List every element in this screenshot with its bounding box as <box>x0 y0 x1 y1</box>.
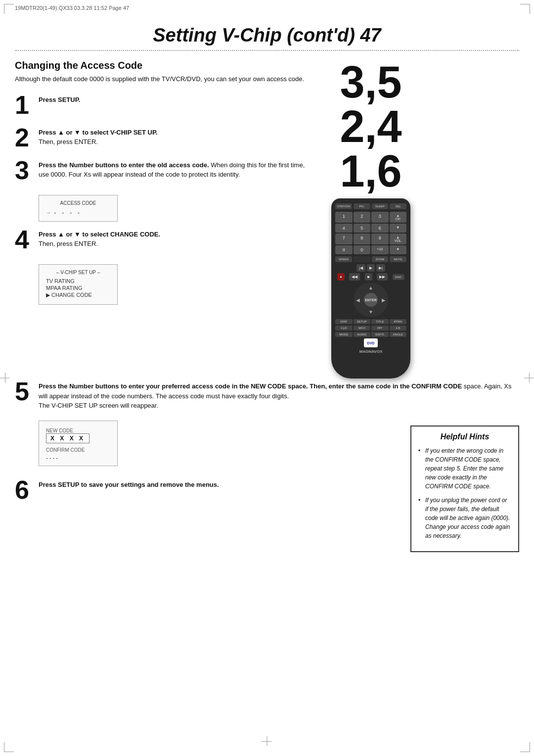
step-1-text: Press SETUP. <box>39 92 80 105</box>
nav-ring: ▲ ▼ ◀ ▶ ENTER <box>354 283 388 317</box>
large-numbers-line2: 2,4 <box>340 104 401 149</box>
large-numbers-line1: 3,5 <box>340 60 401 104</box>
center-cross-left <box>0 378 10 378</box>
plus10-btn[interactable]: +10 <box>371 245 389 254</box>
clear-btn[interactable]: CLR <box>335 326 353 331</box>
standby-btn[interactable]: STBY/ON <box>335 203 352 209</box>
menu-tv-rating: TV RATING <box>46 278 110 284</box>
dvd-logo: DVD <box>364 338 378 347</box>
remote-container: STBY/ON PIC SLEEP SEL 1 2 3 ▲CH 4 5 6 ▼ … <box>331 198 410 378</box>
num-1-btn[interactable]: 1 <box>335 212 353 223</box>
page-title: Setting V-Chip (cont'd) 47 <box>0 25 534 46</box>
repeat-ab-btn[interactable]: A-B <box>390 326 407 331</box>
crop-mark-bl <box>4 742 14 752</box>
center-cross-right <box>524 378 534 378</box>
step-5-bold-key1: NEW CODE <box>251 382 286 390</box>
vol-up-btn[interactable]: ▲VOL <box>390 234 407 244</box>
helpful-hints-section: Helpful Hints If you enter the wrong cod… <box>410 416 519 552</box>
step-3-number: 3 <box>15 157 35 183</box>
num-2-btn[interactable]: 2 <box>354 212 371 223</box>
num-9-btn[interactable]: 9 <box>371 234 389 244</box>
crop-mark-tl <box>4 4 14 14</box>
right-column: 3,5 2,4 1,6 STBY/ON PIC SLEEP SEL 1 2 3 <box>321 60 420 378</box>
step-2-number: 2 <box>15 125 35 150</box>
display-return-row: DISP SETUP TITLE RTRN <box>335 319 406 324</box>
speed-btn[interactable]: SPEED <box>335 256 352 262</box>
step-4-number: 4 <box>15 227 35 252</box>
play-btn[interactable]: ▶ <box>367 264 375 272</box>
sleep-btn[interactable]: SLEEP <box>372 203 389 209</box>
num-6-btn[interactable]: 6 <box>371 224 389 233</box>
step-5-extra: The V-CHIP SET UP screen will reappear. <box>39 402 158 409</box>
step-1-bold: Press SETUP. <box>39 96 80 103</box>
bottom-section: 5 Press the Number buttons to enter your… <box>0 378 534 567</box>
pause-btn[interactable]: II <box>335 245 353 254</box>
crop-mark-tr <box>520 4 530 14</box>
step-2-row: 2 Press ▲ or ▼ to select V-CHIP SET UP. … <box>15 125 312 150</box>
num-5-btn[interactable]: 5 <box>354 224 371 233</box>
skip-back-btn[interactable]: |◀ <box>356 264 365 272</box>
rew-btn[interactable]: ◀◀ <box>349 273 360 281</box>
display-btn[interactable]: DISP <box>335 319 353 324</box>
magnavox-logo: MAGNAVOX <box>335 349 406 354</box>
disc-menu-btn[interactable]: DISC <box>393 274 404 280</box>
picture-btn[interactable]: PIC <box>354 203 370 209</box>
repeat-btn[interactable]: RPT <box>371 326 389 331</box>
step-4-row: 4 Press ▲ or ▼ to select CHANGE CODE. Th… <box>15 227 312 252</box>
menu-change-code: CHANGE CODE <box>46 292 110 298</box>
dotted-divider <box>15 50 519 51</box>
helpful-hints-box: Helpful Hints If you enter the wrong cod… <box>410 425 519 552</box>
num-3-btn[interactable]: 3 <box>371 212 389 223</box>
num-0-btn[interactable]: 0 <box>354 245 371 254</box>
ffwd-btn[interactable]: ▶▶ <box>377 273 388 281</box>
left-column: Changing the Access Code Although the de… <box>15 60 312 378</box>
step-6-text: Press SETUP to save your settings and re… <box>39 477 219 490</box>
large-numbers: 3,5 2,4 1,6 <box>340 60 401 193</box>
num-8-btn[interactable]: 8 <box>354 234 371 244</box>
stop-btn[interactable]: ■ <box>365 273 372 281</box>
new-code-label: NEW CODE <box>46 428 110 433</box>
angle-btn[interactable]: ANGLE <box>390 332 407 337</box>
hint-item-2: If you unplug the power cord or if the p… <box>418 496 511 540</box>
step-3-text: Press the Number buttons to enter the ol… <box>39 157 312 180</box>
zoom-btn[interactable]: ZOOM <box>372 256 389 262</box>
new-code-box: NEW CODE X X X X CONFIRM CODE - - - - <box>39 421 118 466</box>
return-btn[interactable]: RTRN <box>390 319 407 324</box>
mode-btn[interactable]: MODE <box>335 332 353 337</box>
search-btn[interactable]: SRCH <box>354 326 371 331</box>
audio-btn[interactable]: AUDIO <box>354 332 371 337</box>
select-btn[interactable]: SEL <box>390 203 406 209</box>
step-1-number: 1 <box>15 92 35 118</box>
record-btn[interactable]: ● <box>337 273 345 281</box>
subtitle-btn[interactable]: SUBTTL <box>371 332 389 337</box>
title-btn[interactable]: TITLE <box>371 319 389 324</box>
bottom-left: NEW CODE X X X X CONFIRM CODE - - - - 6 … <box>15 416 400 552</box>
num-7-btn[interactable]: 7 <box>335 234 353 244</box>
nav-up-arrow[interactable]: ▲ <box>368 285 373 290</box>
nav-left-arrow[interactable]: ◀ <box>356 297 360 303</box>
mute-btn[interactable]: MUTE <box>390 256 406 262</box>
menu-mpaa-rating: MPAA RATING <box>46 285 110 291</box>
step-6-bold: Press SETUP to save your settings and re… <box>39 481 219 488</box>
clear-row: CLR SRCH RPT A-B <box>335 326 406 331</box>
large-numbers-line3: 1,6 <box>340 149 401 193</box>
nav-down-arrow[interactable]: ▼ <box>368 309 373 315</box>
num-4-btn[interactable]: 4 <box>335 224 353 233</box>
step-2-normal: Then, press ENTER. <box>39 138 98 145</box>
ch-down-btn[interactable]: ▼ <box>390 224 407 233</box>
vol-down-btn[interactable]: ▼ <box>390 245 407 254</box>
enter-btn[interactable]: ENTER <box>364 293 378 307</box>
vchip-menu-screen: – V-CHIP SET UP – TV RATING MPAA RATING … <box>39 264 118 305</box>
step-5-number: 5 <box>15 378 35 404</box>
main-layout: Changing the Access Code Although the de… <box>0 60 534 378</box>
step-6-row: 6 Press SETUP to save your settings and … <box>15 477 400 503</box>
ch-up-btn[interactable]: ▲CH <box>390 212 407 223</box>
hint-item-1: If you enter the wrong code in the CONFI… <box>418 446 511 491</box>
setup-btn2[interactable]: SETUP <box>354 319 371 324</box>
skip-fwd-btn[interactable]: ▶| <box>376 264 385 272</box>
nav-right-arrow[interactable]: ▶ <box>382 297 386 303</box>
step-4-normal: Then, press ENTER. <box>39 240 98 247</box>
transport-row2: ● ◀◀ ■ ▶▶ DISC <box>335 273 406 281</box>
access-code-arrow: → <box>46 210 51 215</box>
mode-row: MODE AUDIO SUBTTL ANGLE <box>335 332 406 337</box>
